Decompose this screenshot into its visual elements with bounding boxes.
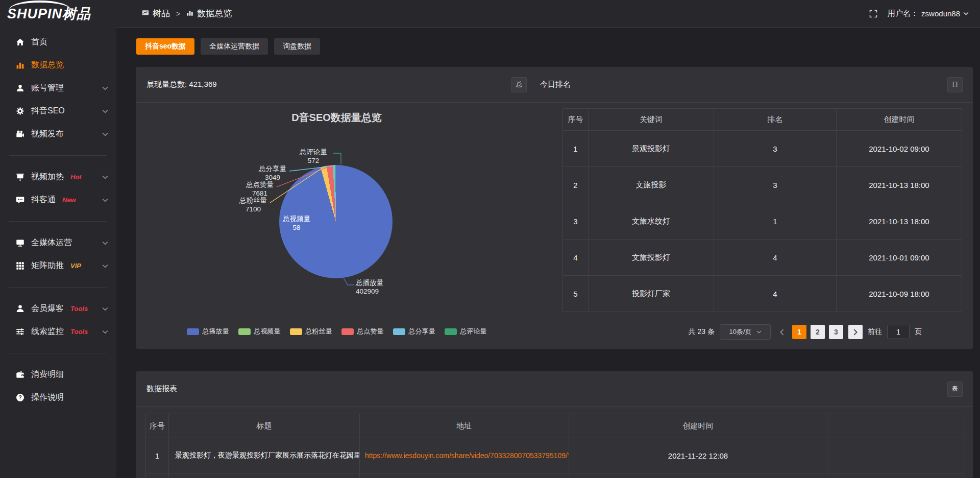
legend-swatch	[290, 328, 302, 335]
page-button-2[interactable]: 2	[811, 325, 825, 339]
table-view-button[interactable]: 表	[947, 381, 963, 397]
sidebar-divider	[9, 221, 107, 222]
fullscreen-icon[interactable]	[869, 10, 877, 18]
rank-column-header: 关键词	[589, 109, 714, 131]
rank-cell: 3	[714, 167, 837, 203]
breadcrumb-item-home[interactable]: 树品	[142, 8, 170, 19]
sidebar-item-chat[interactable]: 抖客通New	[0, 188, 116, 211]
breadcrumb-item-current[interactable]: 数据总览	[186, 8, 232, 19]
app-logo[interactable]: SHUPIN树品	[0, 0, 116, 28]
sidebar-item-user[interactable]: 账号管理	[0, 77, 116, 100]
rank-cell: 3	[714, 131, 837, 167]
pie-label-fans: 总粉丝量7100	[225, 196, 281, 213]
page-button-1[interactable]: 1	[792, 325, 806, 339]
breadcrumb: 树品 > 数据总览	[142, 8, 232, 19]
user-menu[interactable]: 用户名：zswodun88	[888, 9, 969, 18]
legend-label: 总播放量	[203, 327, 229, 336]
rank-cell: 文旅水纹灯	[589, 203, 714, 240]
goto-page-input[interactable]	[887, 325, 910, 339]
legend-swatch	[187, 328, 199, 335]
sliders-icon	[15, 327, 24, 337]
sidebar-item-sliders[interactable]: 线索监控Tools	[0, 320, 116, 343]
tab-1[interactable]: 全媒体运营数据	[201, 38, 268, 55]
legend-label: 总分享量	[409, 327, 435, 336]
overview-panel-header: 展现量总数: 421,369 总	[136, 67, 537, 103]
video-camera-icon	[15, 130, 24, 139]
sidebar-item-label: 首页	[31, 37, 47, 47]
report-empty-cell	[827, 473, 964, 478]
board-icon	[142, 9, 149, 19]
rank-cell: 4	[563, 240, 589, 276]
report-panel-title: 数据报表	[146, 384, 177, 394]
overview-panel: 展现量总数: 421,369 总 D音SEO数据量总览 总评论量572	[136, 67, 537, 349]
total-view-button[interactable]: 总	[511, 77, 527, 92]
chevron-down-icon	[102, 198, 108, 202]
sidebar-item-badge: VIP	[70, 262, 81, 270]
rank-cell: 文旅投影灯	[589, 240, 714, 276]
report-empty-cell	[569, 473, 827, 478]
home-icon	[15, 38, 24, 47]
sidebar-item-badge: Tools	[70, 305, 88, 313]
tab-0[interactable]: 抖音seo数据	[136, 38, 194, 55]
rank-cell: 2021-10-13 18:00	[837, 203, 962, 240]
day-view-button[interactable]: 日	[947, 77, 963, 92]
legend-swatch	[238, 328, 251, 335]
legend-label: 总粉丝量	[306, 327, 332, 336]
user-label: 用户名：	[888, 9, 918, 18]
sidebar-item-bar-chart[interactable]: 数据总览	[0, 54, 116, 77]
report-time-cell: 2021-11-22 12:08	[569, 438, 827, 473]
sidebar-item-badge: New	[62, 196, 76, 204]
report-table: 序号标题地址创建时间1景观投影灯，夜游景观投影灯厂家展示展示落花灯在花园里的灯光…	[145, 414, 964, 478]
sidebar-item-question[interactable]: ?操作说明	[0, 386, 116, 409]
monitor-icon	[15, 238, 24, 248]
sidebar-item-screen[interactable]: 视频加热Hot	[0, 165, 116, 188]
sidebar-item-wallet[interactable]: 消费明细	[0, 363, 116, 386]
chevron-down-icon	[102, 86, 108, 90]
legend-item[interactable]: 总点赞量	[341, 327, 384, 336]
page-size-select[interactable]: 10条/页	[720, 324, 771, 340]
bar-chart-icon	[15, 61, 24, 70]
rank-cell: 2021-10-09 18:00	[837, 276, 962, 312]
pie-label-plays: 总播放量402909	[356, 278, 412, 296]
sidebar-item-monitor[interactable]: 全媒体运营	[0, 231, 116, 254]
sidebar-item-member[interactable]: 会员爆客Tools	[0, 297, 116, 320]
legend-item[interactable]: 总播放量	[187, 327, 229, 336]
legend-item[interactable]: 总分享量	[393, 327, 435, 336]
data-tabs: 抖音seo数据全媒体运营数据询盘数据	[136, 38, 320, 55]
report-column-header: 地址	[360, 414, 569, 438]
next-page-button[interactable]	[848, 325, 863, 339]
grid-icon	[15, 261, 24, 271]
sidebar-item-grid[interactable]: 矩阵助推VIP	[0, 254, 116, 277]
rank-cell: 5	[563, 276, 589, 312]
table-row: 1景观投影灯32021-10-02 09:00	[563, 131, 962, 167]
sidebar-item-label: 矩阵助推	[31, 260, 64, 271]
prev-page-button[interactable]	[776, 329, 787, 336]
report-url-link[interactable]: https://www.iesdouyin.com/share/video/70…	[360, 438, 569, 473]
legend-item[interactable]: 总视频量	[238, 327, 281, 336]
sidebar-item-home[interactable]: 首页	[0, 31, 116, 54]
seo-pie-chart: D音SEO数据量总览 总评论量572 总分享量3049 总点赞量7681	[136, 103, 537, 348]
chevron-down-icon	[102, 132, 108, 136]
sidebar-nav: 首页数据总览账号管理抖音SEO视频发布视频加热Hot抖客通New全媒体运营矩阵助…	[0, 28, 116, 409]
sidebar-item-video-camera[interactable]: 视频发布	[0, 123, 116, 146]
breadcrumb-separator: >	[176, 10, 180, 18]
page-buttons: 123	[792, 325, 843, 339]
sidebar-item-gear[interactable]: 抖音SEO	[0, 100, 116, 123]
impressions-total: 展现量总数: 421,369	[146, 80, 217, 89]
page-button-3[interactable]: 3	[829, 325, 843, 339]
legend-item[interactable]: 总评论量	[445, 327, 487, 336]
rank-cell: 2	[563, 167, 589, 203]
rank-cell: 4	[714, 240, 837, 276]
sidebar-item-label: 线索监控	[31, 326, 64, 337]
sidebar-item-label: 账号管理	[31, 83, 64, 93]
rank-column-header: 创建时间	[837, 109, 962, 131]
sidebar: SHUPIN树品 首页数据总览账号管理抖音SEO视频发布视频加热Hot抖客通Ne…	[0, 0, 116, 478]
sidebar-item-label: 抖客通	[31, 195, 56, 205]
report-empty-cell	[360, 473, 569, 478]
pie-label-shares: 总分享量3049	[244, 164, 301, 182]
legend-item[interactable]: 总粉丝量	[290, 327, 332, 336]
report-empty-cell	[827, 438, 964, 473]
topbar-right: 用户名：zswodun88	[869, 9, 969, 18]
tab-2[interactable]: 询盘数据	[274, 38, 320, 55]
table-row: 1景观投影灯，夜游景观投影灯厂家展示展示落花灯在花园里的灯光投影应用效果 #ht…	[146, 438, 964, 473]
